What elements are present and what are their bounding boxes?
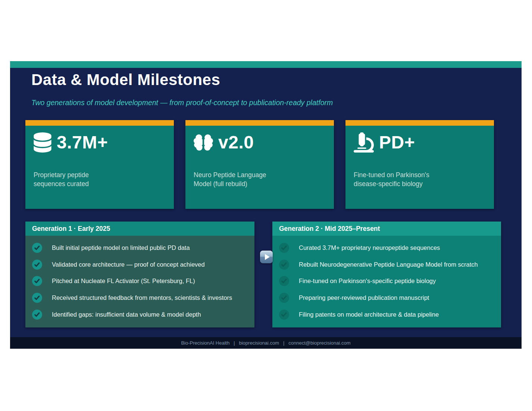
list-item: Built initial peptide model on limited p… <box>25 243 254 253</box>
check-circle-icon <box>32 293 42 303</box>
generation-1-list: Built initial peptide model on limited p… <box>25 236 254 327</box>
list-item: Curated 3.7M+ proprietary neuropeptide s… <box>272 243 501 253</box>
stat-value: v2.0 <box>218 132 254 153</box>
stat-description: Proprietary peptide sequences curated <box>34 170 89 188</box>
list-item: Rebuilt Neurodegenerative Peptide Langua… <box>272 260 501 270</box>
stat-card-model-version: v2.0 Neuro Peptide Language Model (full … <box>185 120 334 209</box>
presentation-canvas: Data & Model Milestones Two generations … <box>0 0 532 411</box>
microscope-icon <box>354 132 374 153</box>
play-button[interactable] <box>260 251 273 263</box>
list-item: Fine-tuned on Parkinson's-specific pepti… <box>272 276 501 286</box>
stat-description: Fine-tuned on Parkinson's disease-specif… <box>354 170 429 188</box>
milestone-text: Filing patents on model architecture & d… <box>299 311 439 318</box>
list-item: Received structured feedback from mentor… <box>25 293 254 303</box>
stat-card-parkinsons: PD+ Fine-tuned on Parkinson's disease-sp… <box>345 120 494 209</box>
generation-2-list: Curated 3.7M+ proprietary neuropeptide s… <box>272 236 501 327</box>
list-item: Filing patents on model architecture & d… <box>272 310 501 320</box>
generation-2-panel: Generation 2 · Mid 2025–Present Curated … <box>272 222 501 327</box>
footer-bar: Bio-PrecisionAI Health | bioprecisionai.… <box>10 337 522 349</box>
stat-value: PD+ <box>379 132 415 153</box>
milestone-text: Rebuilt Neurodegenerative Peptide Langua… <box>299 261 478 268</box>
play-icon <box>265 254 270 260</box>
milestone-text: Identified gaps: insufficient data volum… <box>52 311 201 318</box>
card-accent-bar <box>185 120 334 126</box>
check-circle-icon <box>279 293 289 303</box>
page-subtitle: Two generations of model development — f… <box>31 98 333 107</box>
slide: Data & Model Milestones Two generations … <box>10 61 522 349</box>
check-circle-icon <box>32 310 42 320</box>
milestone-text: Fine-tuned on Parkinson's-specific pepti… <box>299 277 436 285</box>
list-item: Validated core architecture — proof of c… <box>25 260 254 270</box>
check-circle-icon <box>279 310 289 320</box>
list-item: Identified gaps: insufficient data volum… <box>25 310 254 320</box>
generation-2-header: Generation 2 · Mid 2025–Present <box>272 222 501 236</box>
stat-value: 3.7M+ <box>57 132 108 153</box>
check-circle-icon <box>279 243 289 253</box>
database-icon <box>34 132 51 153</box>
milestone-text: Received structured feedback from mentor… <box>52 294 232 301</box>
stat-description: Neuro Peptide Language Model (full rebui… <box>194 170 266 188</box>
generation-1-panel: Generation 1 · Early 2025 Built initial … <box>25 222 254 327</box>
list-item: Preparing peer-reviewed publication manu… <box>272 293 501 303</box>
brain-icon <box>194 134 213 151</box>
stat-card-sequences: 3.7M+ Proprietary peptide sequences cura… <box>25 120 174 209</box>
check-circle-icon <box>279 260 289 270</box>
milestone-text: Curated 3.7M+ proprietary neuropeptide s… <box>299 244 440 251</box>
list-item: Pitched at Nucleate FL Activator (St. Pe… <box>25 276 254 286</box>
milestone-text: Built initial peptide model on limited p… <box>52 244 190 251</box>
top-accent-strip <box>10 61 522 68</box>
milestone-text: Validated core architecture — proof of c… <box>52 261 205 268</box>
card-accent-bar <box>25 120 174 126</box>
milestone-text: Pitched at Nucleate FL Activator (St. Pe… <box>52 277 195 285</box>
page-title: Data & Model Milestones <box>31 71 220 89</box>
check-circle-icon <box>32 276 42 286</box>
card-accent-bar <box>345 120 494 126</box>
generation-1-header: Generation 1 · Early 2025 <box>25 222 254 236</box>
check-circle-icon <box>32 243 42 253</box>
check-circle-icon <box>279 276 289 286</box>
footer-text: Bio-PrecisionAI Health | bioprecisionai.… <box>181 340 350 346</box>
check-circle-icon <box>32 260 42 270</box>
milestone-text: Preparing peer-reviewed publication manu… <box>299 294 429 301</box>
